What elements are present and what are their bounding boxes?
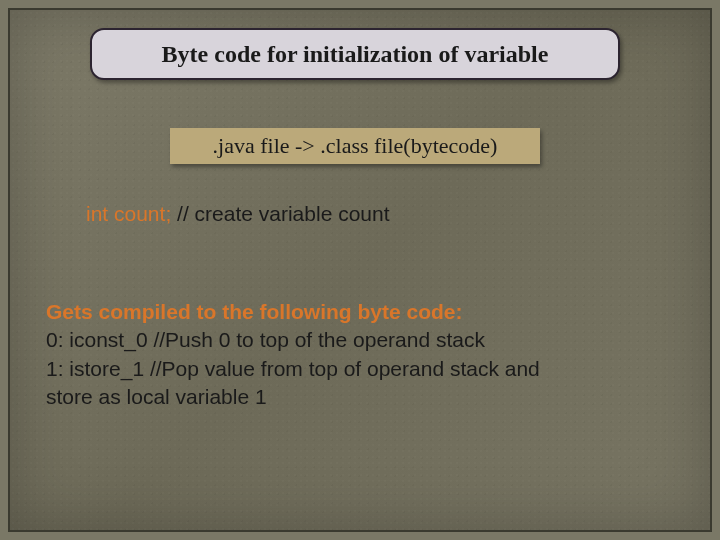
bytecode-block: Gets compiled to the following byte code… bbox=[46, 298, 686, 411]
bytecode-line-0: 0: iconst_0 //Push 0 to top of the opera… bbox=[46, 326, 686, 354]
java-code-line: int count; // create variable count bbox=[86, 202, 390, 226]
java-code-snippet: int count; bbox=[86, 202, 171, 225]
background-texture bbox=[10, 10, 710, 530]
bytecode-line-1b: store as local variable 1 bbox=[46, 383, 686, 411]
subtitle-text: .java file -> .class file(bytecode) bbox=[213, 133, 498, 159]
bytecode-heading: Gets compiled to the following byte code… bbox=[46, 298, 686, 326]
slide-frame: Byte code for initialization of variable… bbox=[8, 8, 712, 532]
title-banner: Byte code for initialization of variable bbox=[90, 28, 620, 80]
bytecode-line-1a: 1: istore_1 //Pop value from top of oper… bbox=[46, 355, 686, 383]
java-code-comment: // create variable count bbox=[171, 202, 389, 225]
slide-title: Byte code for initialization of variable bbox=[162, 41, 549, 68]
subtitle-banner: .java file -> .class file(bytecode) bbox=[170, 128, 540, 164]
